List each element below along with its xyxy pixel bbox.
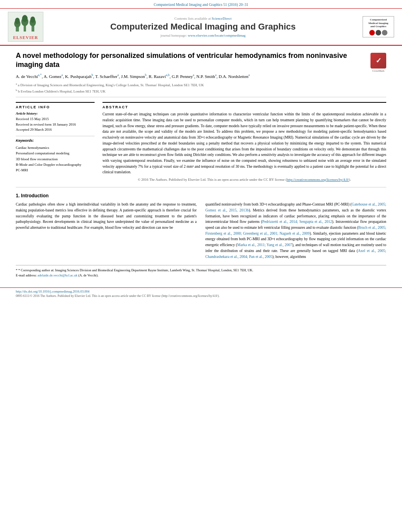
affiliation-b: b b Evelina London Children's Hospital, … (16, 89, 367, 94)
crossmark-badge: ✓ CrossMark (370, 53, 386, 69)
logo-icon-1 (369, 30, 375, 35)
keyword-1: Cardiac hemodynamics (16, 145, 95, 150)
journal-homepage: journal homepage: www.elsevier.com/locat… (47, 33, 359, 37)
page: Computerized Medical Imaging and Graphic… (0, 0, 402, 532)
intro-right-text: quantified noninvasively from both 3D+t … (205, 202, 386, 260)
sciencedirect-label: Contents lists available at ScienceDirec… (47, 17, 359, 20)
journal-homepage-link[interactable]: www.elsevier.com/locate/compmedimag (188, 33, 246, 37)
journal-citation-bar: Computerized Medical Imaging and Graphic… (0, 0, 402, 9)
intro-section: 1. Introduction Cardiac pathologies ofte… (16, 193, 386, 260)
article-title: A novel methodology for personalized sim… (16, 51, 367, 70)
accepted-date: Accepted 29 March 2016 (16, 127, 95, 133)
main-content: A novel methodology for personalized sim… (0, 46, 402, 284)
received-revised-date: Received in revised form 18 January 2016 (16, 122, 95, 128)
authors-line: A. de Vecchia,*, A. Gomeza, K. Pushparaj… (16, 73, 367, 80)
journal-title: Computerized Medical Imaging and Graphic… (47, 22, 359, 32)
footnote-email: E-mail address: adelaide.de.vecchi@kcl.a… (16, 273, 386, 278)
journal-logo-right: ComputerizedMedical Imagingand Graphics (363, 16, 394, 37)
svg-point-5 (22, 15, 28, 22)
copyright-line: 0895-6111/© 2016 The Authors. Published … (16, 294, 386, 298)
intro-left-text: Cardiac pathologies often show a high in… (16, 202, 197, 231)
article-history-label: Article history: (16, 111, 95, 115)
ref-bruch[interactable]: Bruch et al., 2005; Firstenberg et al., … (205, 226, 386, 235)
keywords-section: Keywords: Cardiac hemodynamics Personali… (16, 136, 95, 173)
ref-pedrizzetti[interactable]: Pedrizzetti et al., 2014; Sengupta et al… (262, 220, 332, 224)
article-info-col: ARTICLE INFO Article history: Received 1… (16, 102, 95, 182)
section-divider (16, 187, 386, 187)
keyword-3: 3D blood flow reconstruction (16, 156, 95, 162)
intro-title: 1. Introduction (16, 193, 386, 198)
logo-icon-2 (376, 30, 381, 35)
svg-point-2 (15, 18, 20, 24)
abstract-license: © 2016 The Authors. Published by Elsevie… (102, 178, 386, 182)
journal-header: ELSEVIER Contents lists available at Sci… (0, 9, 402, 46)
ref-axel[interactable]: Axel et al., 2005; Chandrashekara et al.… (205, 249, 386, 259)
elsevier-logo: ELSEVIER (8, 12, 43, 42)
footnote-corresponding: * * Corresponding author at: Imaging Sci… (16, 268, 386, 273)
article-info-section: ARTICLE INFO Article history: Received 1… (16, 102, 95, 173)
article-info-label: ARTICLE INFO (16, 105, 95, 109)
affiliation-a: a a Division of Imaging Sciences and Bio… (16, 82, 367, 88)
journal-header-center: Contents lists available at ScienceDirec… (47, 17, 359, 37)
keywords-label: Keywords: (16, 139, 95, 143)
footnote-email-link[interactable]: adelaide.de.vecchi@kcl.ac.uk (37, 273, 77, 277)
received-date: Received 15 May 2015 (16, 117, 95, 122)
ref-gatehouse[interactable]: Gatehouse et al., 2005; Gomez et al., 20… (205, 202, 386, 212)
ref-marka[interactable]: Marka et al., 2011; Yang et al., 2007 (237, 243, 292, 247)
intro-right-col: quantified noninvasively from both 3D+t … (205, 202, 386, 260)
keyword-2: Personalized computational modeling (16, 150, 95, 156)
intro-left-col: Cardiac pathologies often show a high in… (16, 202, 197, 260)
logo-icon-3 (382, 30, 387, 35)
keyword-5: PC-MRI (16, 167, 95, 173)
sciencedirect-link[interactable]: ScienceDirect (212, 17, 231, 20)
abstract-label: ABSTRACT (102, 105, 386, 109)
abstract-section: ABSTRACT Current state-of-the-art imagin… (102, 102, 386, 182)
abstract-text: Current state-of-the-art imaging techniq… (102, 111, 386, 175)
footnotes-section: * * Corresponding author at: Imaging Sci… (16, 265, 386, 278)
elsevier-brand-label: ELSEVIER (10, 35, 41, 40)
bottom-bar: http://dx.doi.org/10.1016/j.compmedimag.… (0, 287, 402, 299)
elsevier-tree-icon (14, 14, 37, 33)
article-title-section: A novel methodology for personalized sim… (16, 51, 386, 97)
cc-by-link[interactable]: http://creativecommons.org/licenses/by/4… (287, 178, 349, 182)
svg-point-8 (30, 17, 35, 23)
journal-citation: Computerized Medical Imaging and Graphic… (154, 3, 248, 7)
doi-link: http://dx.doi.org/10.1016/j.compmedimag.… (16, 289, 386, 293)
abstract-col: ABSTRACT Current state-of-the-art imagin… (102, 102, 386, 182)
keyword-4: B-Mode and Color Doppler echocardiograph… (16, 162, 95, 167)
article-info-abstract: ARTICLE INFO Article history: Received 1… (16, 102, 386, 182)
intro-body-two-col: Cardiac pathologies often show a high in… (16, 202, 386, 260)
